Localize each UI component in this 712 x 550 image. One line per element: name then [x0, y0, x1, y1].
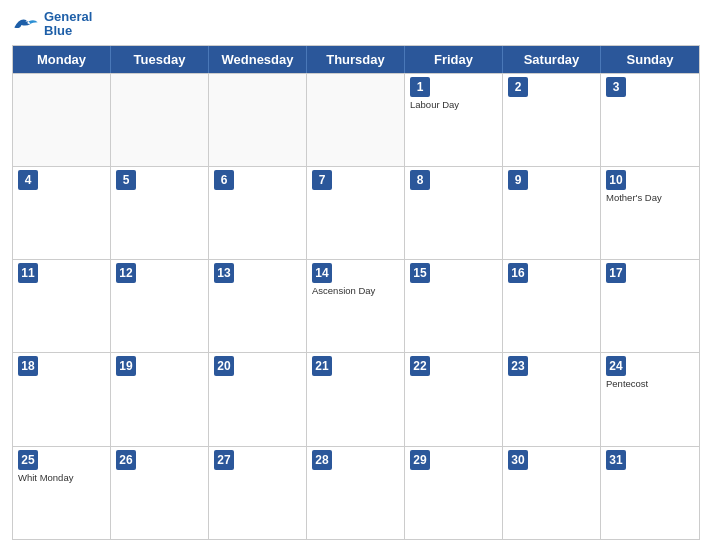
cell-date-number: 21: [312, 356, 332, 376]
cell-date-number: 26: [116, 450, 136, 470]
cell-date-number: 12: [116, 263, 136, 283]
cell-date-number: [312, 77, 332, 97]
calendar-cell: 31: [601, 447, 699, 539]
calendar-cell: 23: [503, 353, 601, 445]
cell-date-number: 13: [214, 263, 234, 283]
cell-date-number: 23: [508, 356, 528, 376]
calendar-cell: 28: [307, 447, 405, 539]
header: General Blue: [12, 10, 700, 39]
cell-event-label: Pentecost: [606, 378, 694, 389]
cell-event-label: Whit Monday: [18, 472, 105, 483]
cell-date-number: 16: [508, 263, 528, 283]
cell-event-label: Mother's Day: [606, 192, 694, 203]
calendar-cell: 9: [503, 167, 601, 259]
cell-date-number: 24: [606, 356, 626, 376]
weekday-header: Sunday: [601, 46, 699, 73]
cell-date-number: 28: [312, 450, 332, 470]
cell-date-number: 10: [606, 170, 626, 190]
cell-date-number: 14: [312, 263, 332, 283]
calendar-cell: 20: [209, 353, 307, 445]
cell-date-number: [214, 77, 234, 97]
logo-general: General: [44, 10, 92, 24]
calendar-cell: 8: [405, 167, 503, 259]
calendar-cell: 10Mother's Day: [601, 167, 699, 259]
calendar-header: MondayTuesdayWednesdayThursdayFridaySatu…: [13, 46, 699, 73]
page: General Blue MondayTuesdayWednesdayThurs…: [0, 0, 712, 550]
calendar: MondayTuesdayWednesdayThursdayFridaySatu…: [12, 45, 700, 540]
calendar-cell: 16: [503, 260, 601, 352]
weekday-header: Tuesday: [111, 46, 209, 73]
cell-date-number: 27: [214, 450, 234, 470]
logo-bird-icon: [12, 15, 40, 33]
cell-date-number: 15: [410, 263, 430, 283]
calendar-cell: 1Labour Day: [405, 74, 503, 166]
cell-date-number: 19: [116, 356, 136, 376]
calendar-cell: 17: [601, 260, 699, 352]
calendar-cell: 30: [503, 447, 601, 539]
cell-date-number: 31: [606, 450, 626, 470]
calendar-cell: [209, 74, 307, 166]
cell-date-number: 5: [116, 170, 136, 190]
calendar-row: 18192021222324Pentecost: [13, 352, 699, 445]
calendar-cell: 2: [503, 74, 601, 166]
cell-date-number: 20: [214, 356, 234, 376]
logo-blue-word: Blue: [44, 24, 72, 38]
cell-date-number: 6: [214, 170, 234, 190]
calendar-cell: 22: [405, 353, 503, 445]
cell-date-number: 29: [410, 450, 430, 470]
logo-text-block: General Blue: [44, 10, 92, 39]
calendar-cell: 3: [601, 74, 699, 166]
weekday-header: Friday: [405, 46, 503, 73]
cell-date-number: 17: [606, 263, 626, 283]
calendar-row: 11121314Ascension Day151617: [13, 259, 699, 352]
calendar-cell: 6: [209, 167, 307, 259]
cell-date-number: 2: [508, 77, 528, 97]
cell-date-number: 11: [18, 263, 38, 283]
calendar-cell: 5: [111, 167, 209, 259]
weekday-header: Thursday: [307, 46, 405, 73]
cell-date-number: 22: [410, 356, 430, 376]
calendar-cell: 19: [111, 353, 209, 445]
logo: General Blue: [12, 10, 92, 39]
cell-date-number: 1: [410, 77, 430, 97]
calendar-cell: 4: [13, 167, 111, 259]
calendar-row: 25Whit Monday262728293031: [13, 446, 699, 539]
weekday-header: Wednesday: [209, 46, 307, 73]
calendar-cell: 24Pentecost: [601, 353, 699, 445]
calendar-cell: [13, 74, 111, 166]
calendar-cell: 26: [111, 447, 209, 539]
cell-date-number: 3: [606, 77, 626, 97]
calendar-cell: 27: [209, 447, 307, 539]
cell-date-number: [18, 77, 38, 97]
calendar-cell: [307, 74, 405, 166]
cell-date-number: 18: [18, 356, 38, 376]
calendar-cell: 15: [405, 260, 503, 352]
calendar-cell: 18: [13, 353, 111, 445]
cell-date-number: 4: [18, 170, 38, 190]
calendar-cell: 25Whit Monday: [13, 447, 111, 539]
cell-date-number: 7: [312, 170, 332, 190]
cell-date-number: 25: [18, 450, 38, 470]
calendar-cell: [111, 74, 209, 166]
cell-event-label: Ascension Day: [312, 285, 399, 296]
weekday-header: Saturday: [503, 46, 601, 73]
calendar-row: 45678910Mother's Day: [13, 166, 699, 259]
calendar-cell: 7: [307, 167, 405, 259]
calendar-body: 1Labour Day2345678910Mother's Day1112131…: [13, 73, 699, 539]
calendar-cell: 11: [13, 260, 111, 352]
cell-date-number: 9: [508, 170, 528, 190]
cell-event-label: Labour Day: [410, 99, 497, 110]
calendar-cell: 29: [405, 447, 503, 539]
weekday-header: Monday: [13, 46, 111, 73]
calendar-row: 1Labour Day23: [13, 73, 699, 166]
calendar-cell: 21: [307, 353, 405, 445]
calendar-cell: 13: [209, 260, 307, 352]
calendar-cell: 12: [111, 260, 209, 352]
cell-date-number: [116, 77, 136, 97]
cell-date-number: 8: [410, 170, 430, 190]
calendar-cell: 14Ascension Day: [307, 260, 405, 352]
cell-date-number: 30: [508, 450, 528, 470]
